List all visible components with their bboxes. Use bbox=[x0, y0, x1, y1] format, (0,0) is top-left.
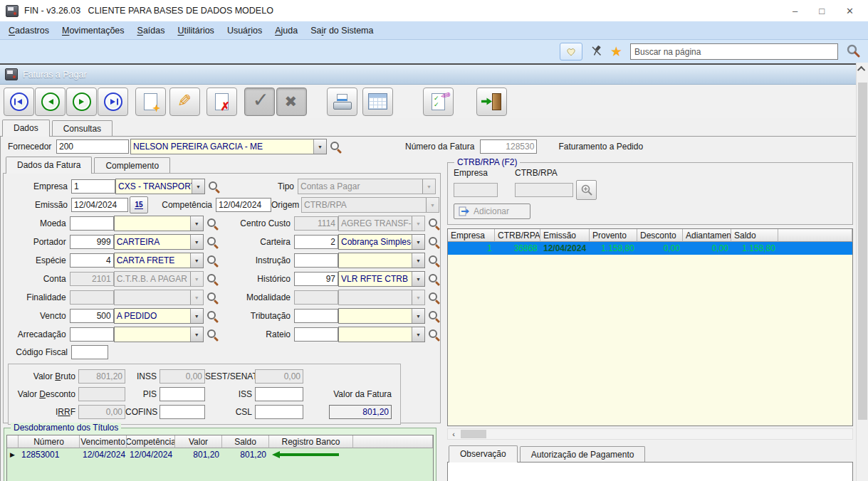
empresa-code-input[interactable]: 1 bbox=[71, 179, 115, 194]
fornecedor-combo[interactable]: NELSON PEREIRA GARCIA - ME ▼ bbox=[130, 139, 327, 154]
csl-input[interactable] bbox=[255, 405, 303, 419]
moeda-code-input[interactable] bbox=[70, 216, 114, 231]
finalidade-lookup-button[interactable] bbox=[206, 291, 219, 304]
favorites-dropdown-button[interactable] bbox=[560, 43, 582, 60]
ctrb-number-input[interactable] bbox=[515, 183, 573, 197]
codigo-fiscal-input[interactable] bbox=[71, 345, 108, 359]
column-header-provento[interactable]: Provento bbox=[590, 229, 637, 242]
historico-combo[interactable]: VLR RFTE CTRB▼ bbox=[338, 271, 425, 287]
delete-record-button[interactable] bbox=[206, 88, 237, 116]
audit-notes-button[interactable] bbox=[423, 88, 454, 116]
carteira-code-input[interactable]: 2 bbox=[294, 235, 338, 249]
vencto-lookup-button[interactable] bbox=[206, 310, 219, 322]
column-header-competencia[interactable]: Competência bbox=[127, 435, 175, 448]
moeda-lookup-button[interactable] bbox=[206, 217, 219, 230]
column-header-vencimento[interactable]: Vencimento bbox=[80, 435, 127, 448]
finalidade-code-input[interactable] bbox=[70, 290, 114, 305]
arrecadacao-combo[interactable]: ▼ bbox=[114, 327, 204, 342]
menu-item-utilitarios[interactable]: Utilitários bbox=[171, 23, 220, 38]
print-button[interactable] bbox=[327, 88, 357, 116]
column-header-valor[interactable]: Valor bbox=[175, 435, 222, 448]
fornecedor-lookup-button[interactable] bbox=[329, 140, 342, 153]
next-record-button[interactable] bbox=[66, 88, 97, 116]
historico-code-input[interactable]: 97 bbox=[294, 272, 338, 286]
tab-observacao[interactable]: Observação bbox=[449, 445, 518, 462]
column-header-registro-banco[interactable]: Registro Banco bbox=[269, 435, 353, 448]
moeda-combo[interactable]: ▼ bbox=[114, 216, 204, 231]
historico-lookup-button[interactable] bbox=[427, 273, 440, 285]
chevron-down-icon[interactable]: ▼ bbox=[190, 235, 203, 249]
edit-record-button[interactable] bbox=[169, 88, 200, 116]
last-record-button[interactable] bbox=[98, 88, 128, 116]
emissao-date-input[interactable]: 12/04/2024 bbox=[71, 198, 128, 212]
menu-item-saidas[interactable]: Saídas bbox=[131, 23, 172, 38]
instrucao-lookup-button[interactable] bbox=[427, 254, 440, 267]
scrollbar-thumb[interactable] bbox=[461, 430, 486, 438]
cofins-input[interactable] bbox=[160, 405, 205, 419]
chevron-down-icon[interactable]: ▼ bbox=[412, 327, 424, 342]
column-header-saldo[interactable]: Saldo bbox=[731, 229, 778, 242]
arrecadacao-code-input[interactable] bbox=[70, 327, 114, 342]
rateio-combo[interactable]: ▼ bbox=[338, 327, 425, 342]
search-icon[interactable] bbox=[846, 43, 861, 60]
tipo-combo[interactable]: Contas a Pagar ▼ bbox=[298, 179, 436, 194]
tab-complemento[interactable]: Complemento bbox=[94, 157, 170, 173]
adicionar-button[interactable]: Adicionar bbox=[454, 204, 530, 219]
chevron-down-icon[interactable]: ▼ bbox=[412, 235, 424, 249]
tributacao-code-input[interactable] bbox=[294, 309, 338, 323]
chevron-down-icon[interactable]: ▼ bbox=[190, 216, 203, 231]
carteira-lookup-button[interactable] bbox=[427, 236, 440, 248]
ctrb-empresa-input[interactable] bbox=[454, 183, 498, 197]
search-input[interactable] bbox=[630, 43, 838, 60]
instrucao-code-input[interactable] bbox=[294, 253, 338, 268]
vertical-scrollbar[interactable] bbox=[856, 63, 868, 481]
column-header-empresa[interactable]: Empresa bbox=[448, 229, 495, 242]
vertical-scrollbar-thumb[interactable] bbox=[858, 83, 867, 420]
instrucao-combo[interactable]: ▼ bbox=[338, 253, 425, 268]
competencia-date-input[interactable]: 12/04/2024 bbox=[216, 198, 271, 212]
scroll-left-icon[interactable]: ‹ bbox=[448, 429, 459, 439]
column-header-numero[interactable]: Número bbox=[19, 435, 80, 448]
portador-lookup-button[interactable] bbox=[206, 236, 219, 248]
favorite-star-icon[interactable]: ★ bbox=[610, 45, 622, 58]
valor-desconto-input[interactable] bbox=[78, 387, 125, 401]
empresa-combo[interactable]: CXS - TRANSPORTES TRANS ▼ bbox=[115, 179, 205, 194]
column-header-emissao[interactable]: Emissão bbox=[540, 229, 590, 242]
minimize-button[interactable]: – bbox=[793, 6, 798, 16]
scroll-up-icon[interactable] bbox=[857, 63, 868, 75]
fornecedor-code-input[interactable]: 200 bbox=[56, 139, 129, 154]
modalidade-lookup-button[interactable] bbox=[427, 291, 440, 304]
menu-item-usuarios[interactable]: Usuários bbox=[221, 23, 268, 38]
table-row[interactable]: ▶1285300112/04/202412/04/2024801,20801,2… bbox=[7, 448, 433, 461]
arrecadacao-lookup-button[interactable] bbox=[206, 328, 219, 341]
tab-consultas[interactable]: Consultas bbox=[52, 120, 113, 136]
conta-code-input[interactable]: 2101 bbox=[70, 272, 114, 286]
column-header-adiantamento[interactable]: Adiantamento bbox=[683, 229, 731, 242]
tab-dados[interactable]: Dados bbox=[2, 120, 50, 137]
column-header-ctrb-rpa[interactable]: CTRB/RPA bbox=[495, 229, 540, 242]
column-header-desconto[interactable]: Desconto bbox=[637, 229, 683, 242]
especie-code-input[interactable]: 4 bbox=[70, 253, 114, 268]
table-row-selected[interactable]: 13686812/04/20241.158,800,000,001.158,80 bbox=[448, 242, 852, 255]
first-record-button[interactable] bbox=[4, 88, 34, 116]
maximize-button[interactable]: □ bbox=[819, 6, 825, 16]
menu-item-sair-do-sistema[interactable]: Sair do Sistema bbox=[304, 23, 380, 38]
centro-custo-lookup-button[interactable] bbox=[427, 217, 440, 230]
chevron-down-icon[interactable]: ▼ bbox=[190, 327, 203, 342]
prior-record-button[interactable] bbox=[35, 88, 66, 116]
confirm-record-button[interactable] bbox=[244, 88, 275, 116]
ctrb-horizontal-scrollbar[interactable]: ‹ bbox=[447, 428, 853, 440]
especie-combo[interactable]: CARTA FRETE▼ bbox=[114, 253, 204, 268]
iss-input[interactable] bbox=[255, 387, 303, 401]
chevron-down-icon[interactable]: ▼ bbox=[412, 253, 424, 268]
centro-custo-code-input[interactable]: 1114 bbox=[294, 216, 338, 231]
column-header-saldo[interactable]: Saldo bbox=[222, 435, 269, 448]
menu-item-movimentacoes[interactable]: Movimentações bbox=[56, 23, 131, 38]
ctrb-table[interactable]: EmpresaCTRB/RPAEmissãoProventoDescontoAd… bbox=[447, 228, 853, 426]
rateio-code-input[interactable] bbox=[294, 327, 338, 342]
insert-record-button[interactable] bbox=[135, 88, 166, 116]
chevron-down-icon[interactable]: ▼ bbox=[190, 309, 203, 323]
tributacao-combo[interactable]: ▼ bbox=[338, 308, 425, 324]
tributacao-lookup-button[interactable] bbox=[427, 310, 440, 322]
tab-autorizacao-de-pagamento[interactable]: Autorização de Pagamento bbox=[520, 446, 646, 462]
